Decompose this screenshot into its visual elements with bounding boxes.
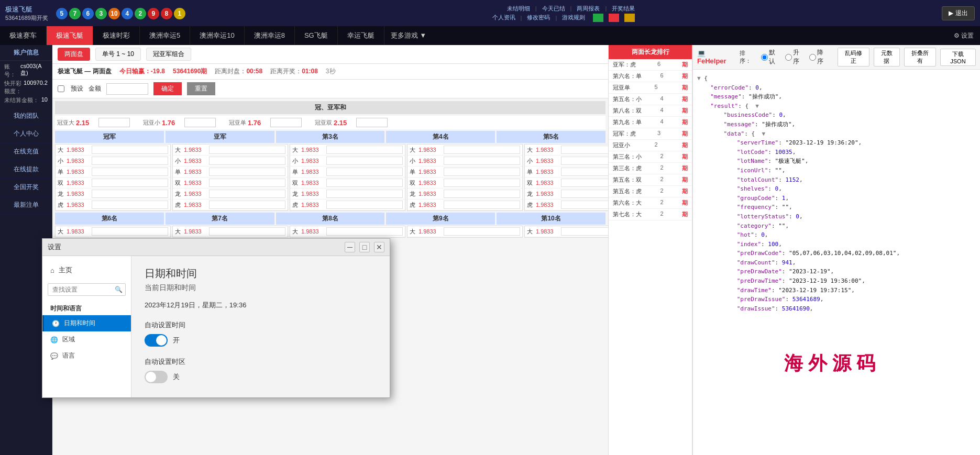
maximize-button[interactable]: □ — [359, 242, 370, 252]
sort-default[interactable]: 默认 — [761, 48, 781, 66]
col1-da-input[interactable] — [92, 146, 168, 154]
col1-shuang-input[interactable] — [92, 179, 168, 187]
guanya-xiao-val: 1.76 — [162, 119, 183, 127]
fix-encoding-btn[interactable]: 乱码修正 — [838, 48, 869, 66]
json-message: "message": "操作成功", — [697, 92, 976, 102]
home-icon: ⌂ — [50, 267, 54, 274]
auto-timezone-option: 自动设置时区 关 — [145, 357, 377, 383]
settings-search[interactable]: 🔍 — [48, 283, 126, 296]
auto-timezone-switch[interactable] — [145, 371, 168, 383]
tab-settings[interactable]: ⚙ 设置 — [948, 26, 980, 45]
sidebar-new-register[interactable]: 最新注单 — [0, 196, 52, 214]
settings-home-item[interactable]: ⌂ 主页 — [42, 261, 131, 279]
close-button[interactable]: ✕ — [374, 242, 384, 252]
guanya-da-label: 冠亚大 — [57, 119, 74, 127]
tab-lucky-boat[interactable]: 幸运飞艇 — [338, 26, 384, 45]
download-json-btn[interactable]: 下载JSON — [940, 49, 976, 66]
reset-button[interactable]: 重置 — [187, 82, 215, 95]
app-title: 极速飞艇 — [5, 5, 48, 14]
unsettled-label: 未结算金额： — [4, 96, 39, 104]
confirm-button[interactable]: 确定 — [153, 82, 182, 95]
odds-sum-row: 冠亚大 2.15 冠亚小 1.76 冠亚单 1.76 冠亚双 2.15 — [55, 116, 605, 129]
sidebar-my-team[interactable]: 我的团队 — [0, 107, 52, 125]
ball-4: 3 — [95, 8, 107, 19]
rank-10: 第三名：虎 2 期 — [609, 163, 692, 174]
tab-au-lucky10[interactable]: 澳洲幸运10 — [190, 26, 244, 45]
col1-hu-input[interactable] — [92, 201, 168, 209]
settings-sub-title: 当前日期和时间 — [145, 283, 377, 293]
metadata-btn[interactable]: 元数据 — [874, 48, 900, 66]
guanya-xiao-input[interactable] — [184, 118, 216, 127]
sort-asc[interactable]: 升序 — [785, 48, 805, 66]
guanya-shuang-val: 2.15 — [334, 119, 355, 127]
link-biweekly[interactable]: 两周报表 — [577, 5, 600, 13]
right-rankings-panel: 两面长龙排行 亚军：虎 6 期 第六名：单 6 期 冠亚单 5 期 第五名：小 … — [608, 45, 692, 455]
link-profile[interactable]: 个人资讯 — [492, 14, 515, 21]
guanya-dan-input[interactable] — [270, 118, 302, 127]
json-server-time: "serverTime": "2023-12-19 19:36:20", — [697, 138, 976, 148]
amount-input[interactable] — [106, 83, 148, 95]
rank-11: 第五名：双 2 期 — [609, 174, 692, 186]
json-draw-count: "drawCount": 941, — [697, 258, 976, 268]
preset-checkbox[interactable] — [58, 85, 64, 92]
col1-dan-input[interactable] — [92, 168, 168, 176]
sidebar-withdraw[interactable]: 在线提款 — [0, 161, 52, 179]
sidebar-personal[interactable]: 个人中心 — [0, 125, 52, 143]
auto-time-toggle[interactable]: 开 — [145, 334, 377, 347]
col1-xiao-input[interactable] — [92, 157, 168, 165]
tab-sg-boat[interactable]: SG飞艇 — [295, 26, 338, 45]
json-toolbar: 💻 FeHelper 排序： 默认 升序 降序 乱码修正 元数据 折叠所有 下载… — [693, 45, 980, 70]
subnav-double[interactable]: 两面盘 — [58, 48, 90, 61]
tab-au-lucky5[interactable]: 澳洲幸运5 — [140, 26, 190, 45]
auto-timezone-toggle[interactable]: 关 — [145, 371, 377, 383]
subnav-single[interactable]: 单号 1 ~ 10 — [95, 48, 141, 61]
link-pending[interactable]: 未结明细 — [507, 5, 530, 13]
odds-col-10: 大1.9833 — [524, 226, 608, 238]
col-5th: 第5名 — [497, 131, 605, 143]
json-category: "category": "", — [697, 221, 976, 231]
auto-time-switch[interactable] — [145, 334, 168, 347]
link-rules[interactable]: 游戏规则 — [562, 14, 585, 21]
amount-label: 金额 — [89, 84, 101, 93]
account-info: 账号： cs003(A盘) 快开彩额度： 100970.2 未结算金额： 10 — [0, 61, 52, 107]
account-id-row: 账号： cs003(A盘) — [4, 63, 48, 79]
game-header: 极速飞艇 — 两面盘 今日输赢：-19.8 53641690期 距离封盘：00:… — [52, 64, 608, 80]
tab-au-lucky8[interactable]: 澳洲幸运8 — [245, 26, 295, 45]
guanya-shuang-input[interactable] — [356, 118, 388, 127]
subnav-guanyajun[interactable]: 冠亚军组合 — [146, 48, 191, 61]
settings-content: 日期和时间 当前日期和时间 2023年12月19日，星期二，19:36 自动设置… — [131, 256, 390, 397]
minimize-button[interactable]: ─ — [345, 242, 355, 252]
tab-speedy-boat[interactable]: 极速飞艇 — [47, 26, 93, 45]
sidebar-all-open[interactable]: 全国开奖 — [0, 179, 52, 196]
odds-col-5: 大1.9833 小1.9833 单1.9833 双1.9833 龙1.9833 … — [524, 144, 608, 211]
settings-item-region[interactable]: 🌐 区域 — [42, 331, 131, 348]
link-password[interactable]: 修改密码 — [527, 14, 550, 21]
guanya-xiao: 冠亚小 1.76 — [143, 118, 216, 127]
odds-col-6: 大1.9833 — [55, 226, 171, 238]
auto-time-state: 开 — [173, 336, 180, 345]
settings-search-input[interactable] — [48, 283, 126, 296]
guanya-da-input[interactable] — [98, 118, 130, 127]
guanya-xiao-label: 冠亚小 — [143, 119, 160, 127]
exit-button[interactable]: ▶ 退出 — [942, 6, 975, 20]
col1-long-input[interactable] — [92, 190, 168, 198]
auto-time-knob — [156, 335, 167, 346]
settings-section-time: 时间和语言 — [42, 300, 131, 315]
home-label: 主页 — [59, 265, 72, 275]
sort-desc[interactable]: 降序 — [809, 48, 829, 66]
col-8th: 第8名 — [276, 213, 385, 225]
rank-5: 第八名：双 4 期 — [609, 105, 692, 117]
tab-speedy-car[interactable]: 极速赛车 — [0, 26, 47, 45]
collapse-all-btn[interactable]: 折叠所有 — [904, 48, 936, 66]
link-results[interactable]: 开奖结果 — [612, 5, 635, 13]
language-label: 语言 — [62, 351, 75, 360]
settings-item-language[interactable]: 💬 语言 — [42, 348, 131, 364]
odds-col-9: 大1.9833 — [407, 226, 523, 238]
account-info-title: 账户信息 — [0, 45, 52, 61]
tab-speedy-color[interactable]: 极速时彩 — [93, 26, 140, 45]
rank-6: 第九名：单 4 期 — [609, 117, 692, 128]
link-today[interactable]: 今天已结 — [542, 5, 565, 13]
settings-item-datetime[interactable]: 🕐 日期和时间 — [42, 315, 131, 331]
sidebar-recharge[interactable]: 在线充值 — [0, 143, 52, 161]
tab-more[interactable]: 更多游戏 ▼ — [384, 26, 433, 45]
